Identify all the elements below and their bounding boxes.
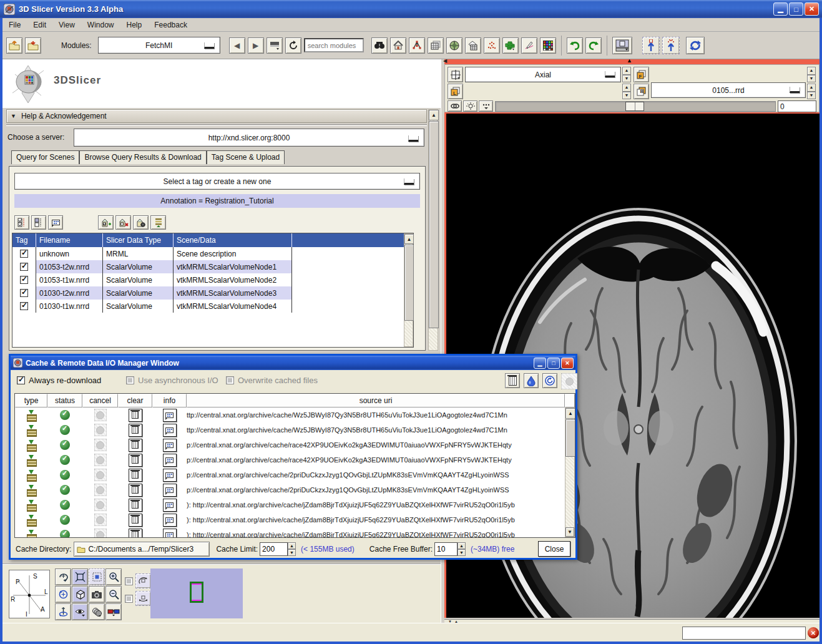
stack-layers-button[interactable] bbox=[89, 603, 105, 620]
slice-offset-entry[interactable]: 0 bbox=[778, 100, 816, 112]
colors-module-button[interactable] bbox=[540, 37, 556, 54]
table-row[interactable]: 01030-t2w.nrrd ScalarVolume vtkMRMLScala… bbox=[12, 286, 413, 300]
tab-browse-query-results[interactable]: Browse Query Results & Download bbox=[79, 150, 206, 164]
cancel-disabled-icon[interactable] bbox=[94, 499, 107, 511]
row-checkbox[interactable] bbox=[20, 302, 28, 310]
spin-mode-button[interactable] bbox=[135, 573, 151, 588]
background-layer-button[interactable]: B bbox=[634, 84, 649, 99]
uri-info-button[interactable] bbox=[163, 439, 177, 452]
menu-help[interactable]: Help bbox=[120, 19, 149, 31]
center-view-button[interactable] bbox=[72, 568, 88, 585]
scrollbar-thumb[interactable] bbox=[429, 121, 439, 328]
always-redownload-checkbox[interactable] bbox=[17, 376, 25, 384]
dialog-maximize-button[interactable]: □ bbox=[547, 358, 560, 369]
col-info[interactable]: info bbox=[152, 394, 187, 407]
stereo-button[interactable] bbox=[105, 603, 122, 620]
visibility-button[interactable] bbox=[72, 603, 88, 620]
fiducial-place-button[interactable] bbox=[662, 37, 680, 54]
slider-handle[interactable] bbox=[625, 102, 644, 111]
zoom-out-button[interactable] bbox=[105, 586, 122, 603]
cancel-disabled-icon[interactable] bbox=[94, 514, 107, 526]
refresh-cache-size-button[interactable] bbox=[524, 373, 539, 388]
transfer-row[interactable]: ): http://central.xnat.org/archive/cache… bbox=[15, 497, 575, 512]
clear-entry-button[interactable] bbox=[129, 424, 142, 437]
transfer-row[interactable]: p://central.xnat.org/archive/cache/race4… bbox=[15, 437, 575, 452]
clear-entry-button[interactable] bbox=[129, 409, 142, 422]
apply-tag-button[interactable] bbox=[98, 215, 114, 230]
undo-button[interactable] bbox=[567, 37, 583, 54]
maximize-button[interactable]: □ bbox=[789, 2, 803, 16]
table-row[interactable]: 01053-t2w.nrrd ScalarVolume vtkMRMLScala… bbox=[12, 260, 413, 273]
cancel-disabled-icon[interactable] bbox=[94, 409, 107, 421]
scroll-up-arrow[interactable]: ▲ bbox=[565, 408, 575, 419]
sort-rows-button[interactable] bbox=[150, 215, 166, 230]
navigation-preview[interactable] bbox=[150, 568, 243, 618]
scroll-up-arrow[interactable]: ▲ bbox=[429, 110, 439, 120]
transfer-row[interactable]: ): http://central.xnat.org/archive/cache… bbox=[15, 527, 575, 538]
rock-checkbox[interactable] bbox=[125, 595, 133, 603]
layout-chooser-button[interactable] bbox=[612, 37, 632, 54]
module-panel-scrollbar[interactable]: ▲ bbox=[428, 109, 438, 351]
cache-limit-spinbox[interactable]: 200 ▲▼ bbox=[260, 542, 296, 556]
roi-module-button[interactable] bbox=[502, 37, 519, 54]
transfer-row[interactable]: p://central.xnat.org/archive/cache/2priD… bbox=[15, 482, 575, 497]
module-prev-button[interactable]: ◀ bbox=[229, 37, 245, 54]
clear-entry-button[interactable] bbox=[129, 454, 142, 467]
dialog-minimize-button[interactable]: ▁ bbox=[534, 358, 546, 369]
sync-views-button[interactable] bbox=[686, 37, 705, 54]
load-scene-button[interactable] bbox=[6, 37, 22, 54]
data-module-button[interactable] bbox=[409, 37, 425, 54]
cancel-all-disabled-button[interactable] bbox=[561, 373, 577, 389]
module-selector-dropdown[interactable]: FetchMI bbox=[98, 37, 220, 54]
uri-info-button[interactable] bbox=[163, 484, 177, 497]
spin-checkbox[interactable] bbox=[125, 577, 133, 585]
spin-view-button[interactable] bbox=[55, 603, 71, 620]
cube-view-button[interactable] bbox=[72, 586, 88, 603]
row-checkbox[interactable] bbox=[20, 289, 28, 297]
dialog-close-button[interactable]: ✕ bbox=[561, 358, 574, 369]
search-modules-input[interactable] bbox=[304, 38, 364, 52]
scroll-up-arrow[interactable]: ▲ bbox=[404, 234, 414, 244]
fiducials-module-button[interactable] bbox=[484, 37, 500, 54]
transfer-row[interactable]: p://central.xnat.org/archive/cache/2priD… bbox=[15, 467, 575, 482]
module-next-button[interactable]: ▶ bbox=[248, 37, 264, 54]
transfer-table-scrollbar[interactable]: ▲ ▼ bbox=[565, 407, 575, 537]
cancel-disabled-icon[interactable] bbox=[94, 454, 107, 466]
tab-query-for-scenes[interactable]: Query for Scenes bbox=[11, 150, 79, 164]
results-table-scrollbar[interactable]: ▲ bbox=[404, 233, 413, 347]
uri-info-button[interactable] bbox=[163, 514, 177, 527]
remove-tag-button[interactable] bbox=[115, 215, 131, 230]
table-row[interactable]: 01053-t1w.nrrd ScalarVolume vtkMRMLScala… bbox=[12, 273, 413, 286]
uri-info-button[interactable] bbox=[163, 499, 177, 512]
orientation-spinner[interactable]: ▲▼ bbox=[622, 67, 631, 82]
clear-entry-button[interactable] bbox=[129, 514, 142, 527]
uri-info-button[interactable] bbox=[163, 529, 177, 539]
module-history-button[interactable] bbox=[267, 37, 283, 54]
col-status[interactable]: status bbox=[47, 394, 82, 407]
collapse-left-icon[interactable]: ◀ bbox=[443, 58, 447, 64]
label-layer-button[interactable]: L bbox=[448, 84, 463, 99]
transforms-module-button[interactable] bbox=[465, 37, 481, 54]
server-dropdown[interactable]: http://xnd.slicer.org:8000 bbox=[74, 129, 424, 147]
minimize-button[interactable]: ▁ bbox=[773, 2, 788, 16]
uri-info-button[interactable] bbox=[163, 469, 177, 482]
models-module-button[interactable] bbox=[446, 37, 462, 54]
refresh-transfer-status-button[interactable] bbox=[542, 373, 557, 388]
dialog-title-bar[interactable]: Cache & Remote Data I/O Manager Window ▁… bbox=[11, 356, 575, 370]
compositing-spinner[interactable]: ▲▼ bbox=[622, 84, 631, 99]
slice-more-options-button[interactable] bbox=[479, 100, 493, 112]
clear-cache-button[interactable] bbox=[505, 373, 520, 388]
transfer-row[interactable]: ): http://central.xnat.org/archive/cache… bbox=[15, 512, 575, 527]
resize-triangle-icon[interactable]: ▲ bbox=[627, 57, 632, 64]
rock-mode-button[interactable] bbox=[135, 591, 151, 606]
foreground-volume-dropdown[interactable]: 0105...rrd bbox=[651, 82, 806, 98]
overwrite-cached-checkbox[interactable] bbox=[226, 376, 234, 384]
row-info-button[interactable] bbox=[48, 215, 63, 230]
tab-tag-scene-upload[interactable]: Tag Scene & Upload bbox=[207, 150, 285, 164]
module-search-button[interactable] bbox=[371, 37, 388, 54]
col-type[interactable]: type bbox=[15, 394, 47, 407]
zoom-in-button[interactable] bbox=[105, 568, 122, 585]
slice-visibility-button[interactable] bbox=[463, 100, 477, 112]
row-checkbox[interactable] bbox=[20, 263, 28, 271]
row-checkbox[interactable] bbox=[20, 276, 28, 284]
